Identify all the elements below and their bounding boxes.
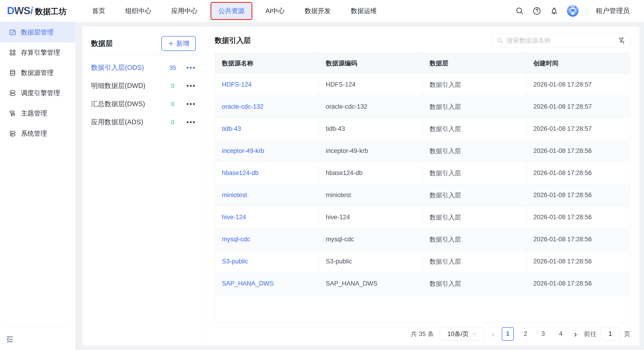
- components-icon: [9, 49, 16, 56]
- created-time-cell: 2026-01-08 17:28:56: [526, 273, 630, 295]
- data-source-code-cell: tidb-43: [319, 118, 422, 140]
- layer-item-label: 汇总数据层(DWS): [91, 99, 164, 109]
- sidebar-item-2[interactable]: 存算引擎管理: [0, 42, 75, 63]
- page-size-select[interactable]: 10条/页: [440, 327, 484, 341]
- data-source-name-link[interactable]: SAP_HANA_DWS: [222, 280, 274, 287]
- help-icon[interactable]: [532, 6, 541, 15]
- nav-item-6[interactable]: 数据开发: [298, 3, 338, 19]
- layer-item-count: 0: [164, 82, 181, 90]
- scheduler-engine-icon: [9, 89, 16, 97]
- more-actions-icon[interactable]: •••: [181, 120, 196, 124]
- notification-bell-icon[interactable]: [550, 6, 558, 15]
- logo-product-name: 数据工坊: [35, 6, 66, 17]
- data-source-panel: 数据引入层 数据源名称数据源编码数据层创建时间 HDFS-124H: [206, 27, 640, 346]
- data-source-name-link[interactable]: tidb-43: [222, 125, 241, 132]
- created-time-cell: 2026-01-08 17:28:56: [526, 228, 630, 250]
- page-number-list: 1234: [502, 327, 567, 341]
- created-time-cell: 2026-01-08 17:28:56: [526, 162, 630, 184]
- created-time-cell: 2026-01-08 17:28:56: [526, 206, 630, 228]
- data-source-name-link[interactable]: HDFS-124: [222, 81, 252, 88]
- app-root: D WS i 数据工坊 首页组织中心应用中心公共资源AI中心数据开发数据运维: [0, 0, 644, 350]
- data-layer-cell: 数据引入层: [422, 228, 526, 250]
- layer-item-1[interactable]: 数据引入层(ODS)35•••: [91, 59, 196, 77]
- sidebar-collapse-icon[interactable]: [6, 335, 14, 344]
- layer-item-label: 明细数据层(DWD): [91, 81, 164, 90]
- sidebar-item-1[interactable]: 数据层管理: [0, 22, 75, 42]
- add-layer-button-label: 新增: [176, 39, 189, 48]
- column-header-2: 数据源编码: [319, 53, 422, 73]
- more-actions-icon[interactable]: •••: [181, 102, 196, 106]
- search-input[interactable]: [507, 37, 618, 44]
- layer-item-4[interactable]: 应用数据层(ADS)0•••: [91, 113, 196, 131]
- nav-item-3[interactable]: 应用中心: [164, 3, 204, 19]
- filter-funnel-icon[interactable]: [618, 37, 625, 44]
- layer-item-label: 数据引入层(ODS): [91, 63, 164, 72]
- user-role-label[interactable]: 租户管理员: [596, 6, 630, 15]
- sidebar-item-label: 主题管理: [21, 109, 47, 118]
- created-time-cell: 2026-01-08 17:28:57: [526, 96, 630, 118]
- table-row: SAP_HANA_DWSSAP_HANA_DWS数据引入层2026-01-08 …: [215, 273, 630, 295]
- layer-edit-icon: [9, 29, 16, 36]
- more-actions-icon[interactable]: •••: [181, 83, 196, 88]
- app-logo[interactable]: D WS i 数据工坊: [7, 5, 66, 17]
- sidebar-footer-divider: [6, 327, 68, 327]
- goto-page-input[interactable]: [600, 327, 620, 341]
- table-row: HDFS-124HDFS-124数据引入层2026-01-08 17:28:57: [215, 73, 630, 96]
- data-layer-cell: 数据引入层: [422, 162, 526, 184]
- nav-item-2[interactable]: 组织中心: [118, 3, 158, 19]
- layer-item-3[interactable]: 汇总数据层(DWS)0•••: [91, 95, 196, 113]
- data-source-name-link[interactable]: mysql-cdc: [222, 236, 250, 243]
- data-source-name-link[interactable]: hive-124: [222, 214, 246, 221]
- search-icon[interactable]: [515, 6, 524, 15]
- sidebar-item-label: 数据层管理: [21, 28, 54, 37]
- page-title: 数据引入层: [215, 36, 251, 45]
- database-icon: [9, 69, 16, 76]
- table-row: S3-publicS3-public数据引入层2026-01-08 17:28:…: [215, 250, 630, 273]
- data-source-name-link[interactable]: hbase124-db: [222, 169, 259, 176]
- sidebar-item-4[interactable]: 调度引擎管理: [0, 83, 75, 103]
- nav-item-5[interactable]: AI中心: [258, 3, 292, 19]
- nav-item-4[interactable]: 公共资源: [210, 2, 252, 20]
- sidebar-item-3[interactable]: 数据源管理: [0, 63, 75, 83]
- user-avatar-robot[interactable]: [567, 5, 578, 17]
- data-layer-cell: 数据引入层: [422, 250, 526, 273]
- page-number-3[interactable]: 3: [537, 327, 549, 341]
- next-page-icon[interactable]: ›: [573, 329, 578, 339]
- goto-suffix-label: 页: [624, 330, 630, 338]
- page-number-4[interactable]: 4: [555, 327, 567, 341]
- nav-item-1[interactable]: 首页: [85, 3, 112, 19]
- table-row: inceptor-49-krbinceptor-49-krb数据引入层2026-…: [215, 140, 630, 162]
- layer-item-label: 应用数据层(ADS): [91, 117, 164, 127]
- sidebar-item-label: 存算引擎管理: [21, 48, 60, 57]
- layer-item-2[interactable]: 明细数据层(DWD)0•••: [91, 77, 196, 95]
- data-source-name-link[interactable]: inceptor-49-krb: [222, 147, 264, 154]
- prev-page-icon[interactable]: ‹: [490, 329, 496, 339]
- page-shell: 数据层管理存算引擎管理数据源管理调度引擎管理主题管理系统管理 数据层 新增: [0, 22, 644, 350]
- sidebar-footer: [0, 327, 75, 350]
- goto-label: 前往: [584, 330, 596, 338]
- content-card: 数据层 新增 数据引入层(ODS)35•••明细数据层(DWD)0•••汇总数据…: [83, 27, 640, 346]
- more-actions-icon[interactable]: •••: [181, 65, 196, 70]
- data-source-name-link[interactable]: oracle-cdc-132: [222, 103, 264, 110]
- layer-list: 数据引入层(ODS)35•••明细数据层(DWD)0•••汇总数据层(DWS)0…: [91, 59, 196, 131]
- data-source-name-link[interactable]: miniotest: [222, 192, 247, 199]
- nav-item-7[interactable]: 数据运维: [344, 3, 384, 19]
- page-number-2[interactable]: 2: [520, 327, 532, 341]
- created-time-cell: 2026-01-08 17:28:56: [526, 140, 630, 162]
- data-source-name-link[interactable]: S3-public: [222, 258, 248, 265]
- layer-item-count: 0: [164, 100, 181, 108]
- logo-letters-ws: WS: [14, 5, 30, 16]
- data-layer-cell: 数据引入层: [422, 184, 526, 206]
- search-box[interactable]: [492, 33, 630, 48]
- table-row: tidb-43tidb-43数据引入层2026-01-08 17:28:57: [215, 118, 630, 140]
- pagination-bar: 共 35 条10条/页‹1234›前往页: [215, 327, 630, 341]
- sidebar-item-6[interactable]: 系统管理: [0, 123, 75, 144]
- page-number-1[interactable]: 1: [502, 327, 514, 341]
- created-time-cell: 2026-01-08 17:28:57: [526, 118, 630, 140]
- add-layer-button[interactable]: 新增: [161, 36, 196, 51]
- data-layer-cell: 数据引入层: [422, 206, 526, 228]
- table-row: oracle-cdc-132oracle-cdc-132数据引入层2026-01…: [215, 96, 630, 118]
- data-layer-cell: 数据引入层: [422, 73, 526, 96]
- search-icon: [496, 37, 503, 44]
- sidebar-item-5[interactable]: 主题管理: [0, 103, 75, 123]
